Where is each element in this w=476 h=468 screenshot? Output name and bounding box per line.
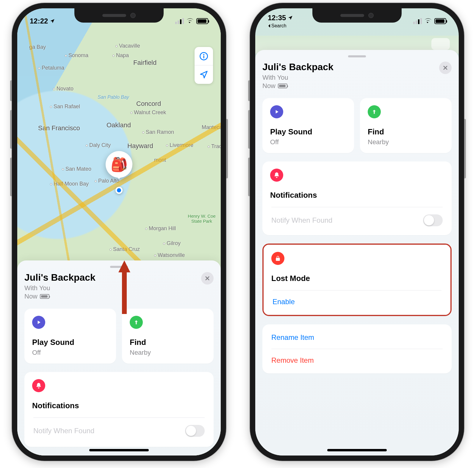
map-label: Oakland bbox=[107, 121, 131, 129]
map-label: Henry W. Coe State Park bbox=[184, 213, 220, 224]
close-button[interactable] bbox=[201, 272, 214, 285]
user-location-dot bbox=[115, 187, 123, 194]
map-label: Petaluma bbox=[38, 65, 64, 71]
notify-toggle bbox=[423, 214, 443, 226]
map-label: Novato bbox=[53, 86, 73, 92]
map-label: San Pablo Bay bbox=[98, 95, 129, 100]
map-label: San Mateo bbox=[62, 166, 91, 172]
map-label: Concord bbox=[136, 100, 161, 108]
find-arrow-icon bbox=[368, 105, 381, 118]
svg-rect-2 bbox=[203, 55, 204, 58]
map-label: Daly City bbox=[86, 142, 111, 148]
item-updated: Now bbox=[262, 82, 333, 90]
lock-icon bbox=[271, 252, 284, 265]
location-services-icon bbox=[50, 18, 55, 24]
map-label: Walnut Creek bbox=[130, 109, 166, 116]
location-services-icon bbox=[288, 15, 293, 21]
map-info-button[interactable] bbox=[195, 47, 213, 65]
notify-when-found-row: Notify When Found bbox=[270, 207, 444, 233]
backpack-icon: 🎒 bbox=[111, 156, 128, 172]
notifications-card: Notifications Notify When Found bbox=[262, 161, 452, 235]
notify-when-found-row: Notify When Found bbox=[32, 418, 206, 444]
notch bbox=[312, 8, 402, 23]
home-indicator[interactable] bbox=[89, 449, 149, 451]
item-location-pin[interactable]: 🎒 bbox=[106, 151, 132, 178]
lost-mode-highlight: Lost Mode Enable bbox=[262, 244, 452, 316]
sheet-grabber[interactable] bbox=[348, 55, 366, 57]
notifications-card: Notifications Notify When Found bbox=[24, 372, 214, 447]
item-status: With You bbox=[24, 284, 95, 292]
lost-mode-card: Lost Mode Enable bbox=[264, 245, 450, 315]
play-icon bbox=[32, 316, 45, 329]
item-sheet-expanded[interactable]: Juli's Backpack With You Now bbox=[255, 50, 459, 456]
tutorial-swipe-up-arrow bbox=[118, 260, 130, 314]
remove-item[interactable]: Remove Item bbox=[270, 349, 444, 372]
map-label: San Ramon bbox=[142, 129, 174, 135]
map-control-peek bbox=[431, 38, 450, 50]
map-label: Napa bbox=[112, 52, 129, 59]
map-label: Watsonville bbox=[154, 252, 185, 258]
map-label: Gilroy bbox=[163, 240, 181, 246]
item-title: Juli's Backpack bbox=[24, 272, 95, 283]
rename-item[interactable]: Rename Item bbox=[270, 326, 444, 349]
item-actions-card: Rename Item Remove Item bbox=[262, 324, 452, 373]
find-card[interactable]: Find Nearby bbox=[360, 98, 452, 153]
item-title: Juli's Backpack bbox=[262, 62, 333, 73]
play-sound-card[interactable]: Play Sound Off bbox=[262, 98, 354, 153]
map-label: Fairfield bbox=[133, 59, 156, 67]
map-label: mont bbox=[154, 157, 166, 163]
map-controls bbox=[195, 47, 213, 84]
bell-icon bbox=[32, 379, 45, 392]
map-label: Hayward bbox=[127, 142, 153, 150]
item-battery-icon bbox=[278, 84, 287, 88]
map-label: San Rafael bbox=[50, 103, 80, 110]
status-time: 12:35 bbox=[268, 14, 286, 22]
play-sound-card[interactable]: Play Sound Off bbox=[24, 309, 116, 364]
home-indicator[interactable] bbox=[327, 449, 387, 451]
status-time: 12:22 bbox=[30, 17, 48, 25]
map-label: Santa Cruz bbox=[109, 246, 140, 252]
map-label: Manteca bbox=[202, 124, 221, 131]
notify-toggle bbox=[185, 425, 205, 437]
battery-icon bbox=[196, 18, 208, 24]
map-label: Sonoma bbox=[65, 52, 88, 59]
bell-icon bbox=[270, 169, 283, 182]
map-label: San Francisco bbox=[38, 124, 80, 132]
cellular-icon bbox=[175, 18, 184, 24]
map-label: Morgan Hill bbox=[145, 225, 176, 232]
item-status: With You bbox=[262, 74, 333, 81]
back-to-search[interactable]: Search bbox=[268, 23, 286, 29]
battery-icon bbox=[434, 18, 446, 24]
wifi-icon bbox=[424, 18, 432, 24]
cellular-icon bbox=[413, 18, 422, 24]
map-label: Vacaville bbox=[115, 43, 140, 49]
map-label: Livermore bbox=[166, 142, 193, 148]
notch bbox=[74, 8, 164, 23]
map-label: ga Bay bbox=[29, 44, 46, 50]
phone-left: 12:22 ga BayVacavilleSonomaNapaFairfield… bbox=[12, 3, 226, 461]
phone-right: 12:35 Search bbox=[250, 3, 464, 461]
map-locate-button[interactable] bbox=[195, 65, 213, 84]
map-label: Half Moon Bay bbox=[50, 181, 89, 187]
find-card[interactable]: Find Nearby bbox=[122, 309, 214, 364]
play-icon bbox=[270, 105, 283, 118]
find-arrow-icon bbox=[130, 316, 143, 329]
wifi-icon bbox=[186, 18, 194, 24]
lost-mode-enable[interactable]: Enable bbox=[271, 290, 443, 313]
close-button[interactable] bbox=[439, 62, 452, 74]
map-label: Tracy bbox=[208, 143, 221, 150]
svg-point-1 bbox=[203, 54, 204, 55]
item-battery-icon bbox=[40, 294, 49, 299]
item-updated: Now bbox=[24, 293, 95, 300]
